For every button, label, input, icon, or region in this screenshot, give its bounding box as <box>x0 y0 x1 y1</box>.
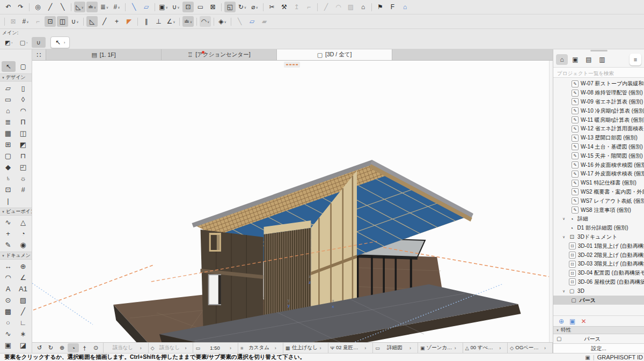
layer-combination-dropdown[interactable]: ≡ カスタム › <box>238 343 283 353</box>
tab-3d-all[interactable]: ▢ [3D / 全て] <box>277 49 392 60</box>
tool-dimension[interactable]: ↔ <box>1 261 16 272</box>
profile-dropdown[interactable]: ◇ OGベーシック › <box>508 343 553 353</box>
tab-action-center[interactable]: ♖ [アクションセンター] <box>162 49 277 60</box>
zoom-next-button[interactable]: ↻ <box>45 343 56 352</box>
marquee-transform-button[interactable]: ◱ ∨ <box>224 2 236 12</box>
inject-parameters-button[interactable]: ╲ ∨ <box>57 2 68 12</box>
measure-button[interactable]: ▭ ∨ <box>195 2 206 12</box>
toolbox-section-design[interactable]: ▼ デザイン <box>0 73 32 82</box>
tool-skylight[interactable]: ◩ <box>16 139 31 150</box>
tab-1f[interactable]: ▤ [1. 1F] <box>46 49 162 60</box>
set-square-button[interactable]: ◺ ∨ <box>86 16 98 27</box>
detail-level-dropdown[interactable]: ▭ 詳細図 › <box>373 343 418 353</box>
guide-2-button[interactable]: ╲ ∨ <box>234 16 245 27</box>
nav-3d04[interactable]: ∨ ⊡ 3D-04 配置図 (自動再構築モデル) <box>553 269 644 278</box>
walk-button[interactable]: † <box>79 343 90 352</box>
snap-guides-button[interactable]: ≐ ∨ <box>86 2 98 12</box>
tool-stair[interactable]: ≣ <box>1 116 16 128</box>
nav-group-3d-documents[interactable]: ∨ ⊡ 3Dドキュメント <box>553 233 644 242</box>
nav-ws1[interactable]: ∨ ✎ WS1 特記仕様書 (個別) <box>553 179 644 188</box>
perpendicular-button[interactable]: ⊥ ∨ <box>153 16 164 27</box>
eraser-button[interactable]: ◤ ∨ <box>123 16 135 27</box>
flag-button[interactable]: ⚑ ∨ <box>375 2 386 12</box>
rotate-button[interactable]: ↻ ∨ <box>237 2 248 12</box>
orbit-button[interactable]: ◔ <box>68 343 79 352</box>
nav-3d03[interactable]: ∨ ⊡ 3D-03 3階見上げ (自動再構築モデル) <box>553 260 644 269</box>
tool-elevation[interactable]: △ <box>16 217 31 228</box>
tool-roof[interactable]: ⌂ <box>1 105 16 116</box>
nav-3d06[interactable]: ∨ ⊡ 3D-06 屋根伏図 (自動再構築モデル) <box>553 278 644 287</box>
add-viewpoint-button[interactable]: ⊕ <box>559 318 564 325</box>
pick-up-parameters-button[interactable]: ╱ ∨ <box>45 2 56 12</box>
properties-header[interactable]: ▼ 特性 <box>553 326 644 334</box>
guide-lines-button[interactable]: ◺ ∨ <box>74 2 85 12</box>
snap-line-button[interactable]: ╱ ∨ <box>99 16 110 27</box>
pen-set-dropdown[interactable]: ◇ 該当なし › <box>149 343 194 353</box>
tool-level-dimension[interactable]: ⊕ <box>16 261 31 272</box>
guide-plane-button[interactable]: ▱ ∨ <box>141 2 152 12</box>
tool-section[interactable]: ∿ <box>1 217 16 228</box>
lock-2-button[interactable]: ∪ ∨ <box>69 16 80 27</box>
element-filter-dropdown[interactable]: △ 00 すべての要… › <box>463 343 508 353</box>
tool-spline[interactable]: ∿ <box>1 328 16 340</box>
nav-w15[interactable]: ∨ ✎ W-15 天井・階間図 (個別) <box>553 151 644 160</box>
group-button[interactable]: ▣ ∨ <box>158 2 169 12</box>
tool-radial-dimension[interactable]: ◠ <box>1 272 16 283</box>
nav-ws7[interactable]: ∨ ✎ WS7 レイアウト表紙 (個別) <box>553 196 644 205</box>
tool-wall[interactable]: ▱ <box>1 83 16 94</box>
section-marker[interactable] <box>284 62 300 68</box>
tool-mesh[interactable]: # <box>16 184 31 195</box>
snap-points-button[interactable]: ≣ ∨ <box>99 2 110 12</box>
zoom-prev-button[interactable]: ↺ <box>34 343 45 352</box>
tool-morph[interactable]: ◆ <box>1 161 16 173</box>
door-select-button[interactable]: ◫ ∨ <box>57 16 68 27</box>
nav-w14[interactable]: ∨ ✎ W-14 土台・基礎図 (個別) <box>553 143 644 152</box>
tool-window[interactable]: ⊞ <box>1 139 16 150</box>
tool-hotspot[interactable]: ⊙ <box>1 294 16 306</box>
tool-opening[interactable]: ▢ <box>1 150 16 161</box>
plane-blue-button[interactable]: ▱ ∨ <box>246 16 258 27</box>
resize-button[interactable]: ▨ ∨ <box>345 2 356 12</box>
grid-snap-2-button[interactable]: # ∨ <box>20 16 31 27</box>
toolbox-section-viewpoint[interactable]: ▼ ビューポイント <box>0 208 32 216</box>
tool-slab[interactable]: ◊ <box>16 94 31 105</box>
nav-d1[interactable]: ∨ ◔ D1 部分詳細図 (個別) <box>553 224 644 233</box>
plane-link-button[interactable]: ▰ ∨ <box>259 16 270 27</box>
panel-menu-button[interactable]: ≡ <box>630 54 641 65</box>
nav-3d01[interactable]: ∨ ⊡ 3D-01 1階見上げ (自動再構築モデル) <box>553 241 644 251</box>
nav-w10[interactable]: ∨ ✎ W-10 冷房期η計算表 (個別) <box>553 106 644 115</box>
find-select-button[interactable]: ◎ ∨ <box>32 2 43 12</box>
tool-lamp[interactable]: ☼ <box>16 173 31 184</box>
tool-text[interactable]: A <box>1 283 16 294</box>
view-map-button[interactable]: ▣ <box>569 54 581 65</box>
zoom-in-button[interactable]: ⊕ <box>56 343 68 352</box>
stretch-button[interactable]: ⊠ ∨ <box>207 2 218 12</box>
nav-w09[interactable]: ∨ ✎ W-09 省エネ計算表 (個別) <box>553 98 644 107</box>
nav-w11[interactable]: ∨ ✎ W-11 暖房期η計算表 (個別) <box>553 115 644 124</box>
adjust-button[interactable]: ⚒ ∨ <box>279 2 290 12</box>
tool-drawing[interactable]: ◪ <box>16 340 31 351</box>
redo-button[interactable]: ↷ ∨ <box>15 2 26 12</box>
nav-w07[interactable]: ∨ ✎ W-07 薪ストーブ内装緩和範囲 (個別) <box>553 79 644 89</box>
coordinate-x-button[interactable]: + ∨ <box>111 16 122 27</box>
edit-plane-button[interactable]: ⊡ ∨ <box>45 16 56 27</box>
nav-w17[interactable]: ∨ ✎ W-17 外皮面積求積表 (個別) <box>553 170 644 179</box>
grid-snap-button[interactable]: # ∨ <box>111 2 122 12</box>
tool-curtain-wall[interactable]: ▦ <box>1 128 16 139</box>
tool-polyline[interactable]: ∟ <box>16 317 31 328</box>
arc-segment-button[interactable]: ◠ ∨ <box>200 16 211 27</box>
graphisoft-id[interactable]: ▣ | GRAPHISOFT ID <box>585 354 644 360</box>
tool-hotlink[interactable]: ∗ <box>16 328 31 340</box>
favorites-button[interactable]: ⌂ ∨ <box>399 2 411 12</box>
viewpoint-settings-button[interactable]: ▣ <box>569 318 575 325</box>
schedule-button[interactable]: F ∨ <box>387 2 398 12</box>
toolbox-section-document[interactable]: ▼ ドキュメント <box>0 252 32 260</box>
nav-w12[interactable]: ∨ ✎ W-12 省エネ計算用面積表 (個別) <box>553 124 644 134</box>
tool-wall-end[interactable]: | <box>1 195 16 207</box>
tool-furniture[interactable]: ♄ <box>1 173 16 184</box>
undo-button[interactable]: ↶ ∨ <box>3 2 14 12</box>
trim-button[interactable]: ⌐ ∨ <box>303 2 314 12</box>
tool-zone[interactable]: ◰ <box>16 161 31 173</box>
tool-beam[interactable]: ▭ <box>1 94 16 105</box>
tool-door[interactable]: ◫ <box>16 128 31 139</box>
